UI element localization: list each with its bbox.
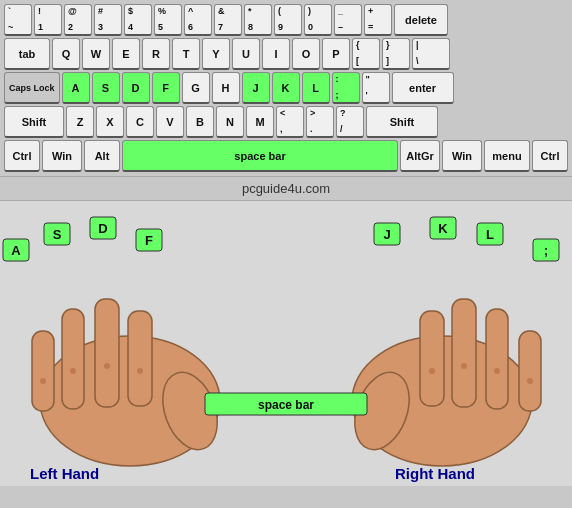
svg-rect-11 xyxy=(420,311,444,406)
key-l[interactable]: L xyxy=(302,72,330,104)
keyboard-section: `~ !1 @2 #3 $4 %5 ^6 &7 *8 (9 )0 _– += d… xyxy=(0,0,572,176)
key-7[interactable]: &7 xyxy=(214,4,242,36)
key-backtick[interactable]: `~ xyxy=(4,4,32,36)
right-hand-label: Right Hand xyxy=(395,465,475,482)
hands-svg: A S D F J K L ; space bar Left Hand Righ… xyxy=(0,201,572,486)
left-hand xyxy=(32,299,227,466)
key-i[interactable]: I xyxy=(262,38,290,70)
key-5[interactable]: %5 xyxy=(154,4,182,36)
key-caps-lock[interactable]: Caps Lock xyxy=(4,72,60,104)
key-c[interactable]: C xyxy=(126,106,154,138)
key-comma[interactable]: <, xyxy=(276,106,304,138)
svg-text:F: F xyxy=(145,233,153,248)
key-a[interactable]: A xyxy=(62,72,90,104)
svg-text:J: J xyxy=(383,227,390,242)
key-shift-right[interactable]: Shift xyxy=(366,106,438,138)
key-q[interactable]: Q xyxy=(52,38,80,70)
svg-rect-4 xyxy=(128,311,152,406)
key-1[interactable]: !1 xyxy=(34,4,62,36)
key-9[interactable]: (9 xyxy=(274,4,302,36)
svg-point-17 xyxy=(461,363,467,369)
key-r[interactable]: R xyxy=(142,38,170,70)
svg-point-9 xyxy=(137,368,143,374)
key-backslash[interactable]: |\ xyxy=(412,38,450,70)
key-row-asdf: Caps Lock A S D F G H J K L :; "' enter xyxy=(4,72,568,104)
key-alt-left[interactable]: Alt xyxy=(84,140,120,172)
svg-rect-12 xyxy=(452,299,476,407)
key-p[interactable]: P xyxy=(322,38,350,70)
key-8[interactable]: *8 xyxy=(244,4,272,36)
svg-text:;: ; xyxy=(544,244,548,258)
key-equals[interactable]: += xyxy=(364,4,392,36)
svg-rect-1 xyxy=(32,331,54,411)
svg-text:A: A xyxy=(11,243,21,258)
key-x[interactable]: X xyxy=(96,106,124,138)
key-delete[interactable]: delete xyxy=(394,4,448,36)
key-bracket-left[interactable]: {[ xyxy=(352,38,380,70)
svg-point-16 xyxy=(429,368,435,374)
key-2[interactable]: @2 xyxy=(64,4,92,36)
svg-point-19 xyxy=(527,378,533,384)
svg-text:space bar: space bar xyxy=(258,398,314,412)
key-n[interactable]: N xyxy=(216,106,244,138)
svg-text:K: K xyxy=(438,221,448,236)
key-b[interactable]: B xyxy=(186,106,214,138)
key-g[interactable]: G xyxy=(182,72,210,104)
key-0[interactable]: )0 xyxy=(304,4,332,36)
key-semicolon[interactable]: :; xyxy=(332,72,360,104)
key-4[interactable]: $4 xyxy=(124,4,152,36)
key-u[interactable]: U xyxy=(232,38,260,70)
key-o[interactable]: O xyxy=(292,38,320,70)
svg-rect-14 xyxy=(519,331,541,411)
key-menu[interactable]: menu xyxy=(484,140,530,172)
svg-text:S: S xyxy=(53,227,62,242)
key-z[interactable]: Z xyxy=(66,106,94,138)
svg-point-18 xyxy=(494,368,500,374)
key-j[interactable]: J xyxy=(242,72,270,104)
key-win-right[interactable]: Win xyxy=(442,140,482,172)
key-tab[interactable]: tab xyxy=(4,38,50,70)
key-row-numbers: `~ !1 @2 #3 $4 %5 ^6 &7 *8 (9 )0 _– += d… xyxy=(4,4,568,36)
svg-rect-3 xyxy=(95,299,119,407)
key-h[interactable]: H xyxy=(212,72,240,104)
key-v[interactable]: V xyxy=(156,106,184,138)
watermark: pcguide4u.com xyxy=(0,176,572,201)
key-row-qwerty: tab Q W E R T Y U I O P {[ }] |\ xyxy=(4,38,568,70)
key-3[interactable]: #3 xyxy=(94,4,122,36)
key-ctrl-right[interactable]: Ctrl xyxy=(532,140,568,172)
key-row-bottom: Ctrl Win Alt space bar AltGr Win menu Ct… xyxy=(4,140,568,172)
svg-point-6 xyxy=(40,378,46,384)
right-hand xyxy=(345,299,541,466)
svg-text:D: D xyxy=(98,221,107,236)
svg-point-7 xyxy=(70,368,76,374)
key-shift-left[interactable]: Shift xyxy=(4,106,64,138)
key-t[interactable]: T xyxy=(172,38,200,70)
key-bracket-right[interactable]: }] xyxy=(382,38,410,70)
key-s[interactable]: S xyxy=(92,72,120,104)
key-e[interactable]: E xyxy=(112,38,140,70)
svg-rect-13 xyxy=(486,309,508,409)
key-row-zxcv: Shift Z X C V B N M <, >. ?/ Shift xyxy=(4,106,568,138)
key-w[interactable]: W xyxy=(82,38,110,70)
key-spacebar[interactable]: space bar xyxy=(122,140,398,172)
key-y[interactable]: Y xyxy=(202,38,230,70)
key-quote[interactable]: "' xyxy=(362,72,390,104)
key-f[interactable]: F xyxy=(152,72,180,104)
left-hand-label: Left Hand xyxy=(30,465,99,482)
key-win-left[interactable]: Win xyxy=(42,140,82,172)
key-m[interactable]: M xyxy=(246,106,274,138)
svg-rect-2 xyxy=(62,309,84,409)
key-k[interactable]: K xyxy=(272,72,300,104)
key-minus[interactable]: _– xyxy=(334,4,362,36)
key-d[interactable]: D xyxy=(122,72,150,104)
svg-point-8 xyxy=(104,363,110,369)
key-ctrl-left[interactable]: Ctrl xyxy=(4,140,40,172)
key-altgr[interactable]: AltGr xyxy=(400,140,440,172)
key-period[interactable]: >. xyxy=(306,106,334,138)
key-slash[interactable]: ?/ xyxy=(336,106,364,138)
svg-text:L: L xyxy=(486,227,494,242)
hands-section: A S D F J K L ; space bar Left Hand Righ… xyxy=(0,201,572,486)
key-6[interactable]: ^6 xyxy=(184,4,212,36)
key-enter[interactable]: enter xyxy=(392,72,454,104)
